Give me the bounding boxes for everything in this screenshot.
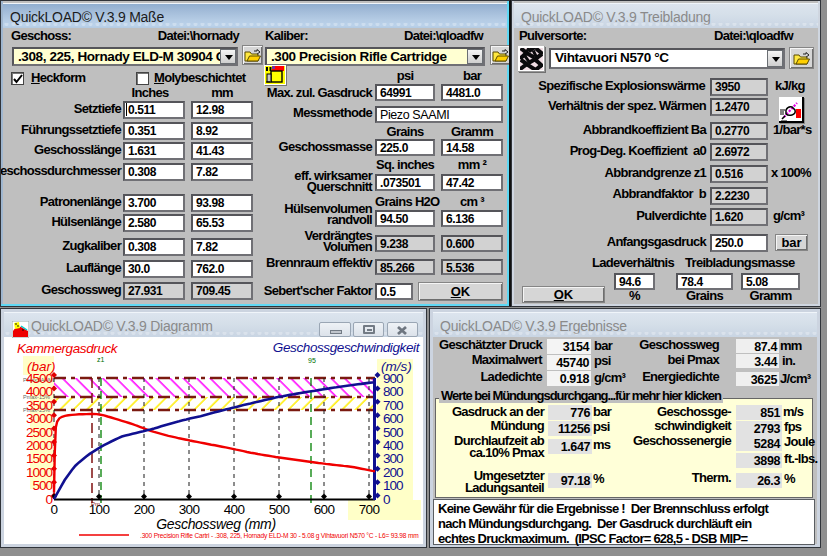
svg-text:Pm: Pm xyxy=(91,501,100,507)
svg-text:100: 100 xyxy=(383,478,403,493)
svg-text:z1: z1 xyxy=(97,356,105,363)
svg-text:Geschossweg (mm): Geschossweg (mm) xyxy=(156,516,276,532)
svg-text:95: 95 xyxy=(308,357,316,364)
svg-text:500: 500 xyxy=(32,478,52,493)
svg-text:300: 300 xyxy=(383,451,403,466)
svg-text:200: 200 xyxy=(134,502,155,517)
svg-text:.300 Precision Rifle Cartri -: .300 Precision Rifle Cartri - .308, 225,… xyxy=(140,532,419,540)
svg-text:500: 500 xyxy=(269,502,290,517)
svg-text:0: 0 xyxy=(51,502,58,517)
svg-text:800: 800 xyxy=(383,384,403,399)
svg-text:Kammergasdruck: Kammergasdruck xyxy=(17,341,119,356)
svg-text:700: 700 xyxy=(359,502,380,517)
svg-text:600: 600 xyxy=(314,502,335,517)
svg-text:300: 300 xyxy=(179,502,200,517)
svg-text:Geschossgeschwindigkeit: Geschossgeschwindigkeit xyxy=(273,340,421,355)
svg-text:400: 400 xyxy=(224,502,245,517)
svg-text:3000: 3000 xyxy=(26,411,53,426)
svg-text:1500: 1500 xyxy=(26,451,53,466)
svg-text:0: 0 xyxy=(383,492,390,507)
svg-text:600: 600 xyxy=(383,411,403,426)
svg-text:4000: 4000 xyxy=(26,384,53,399)
